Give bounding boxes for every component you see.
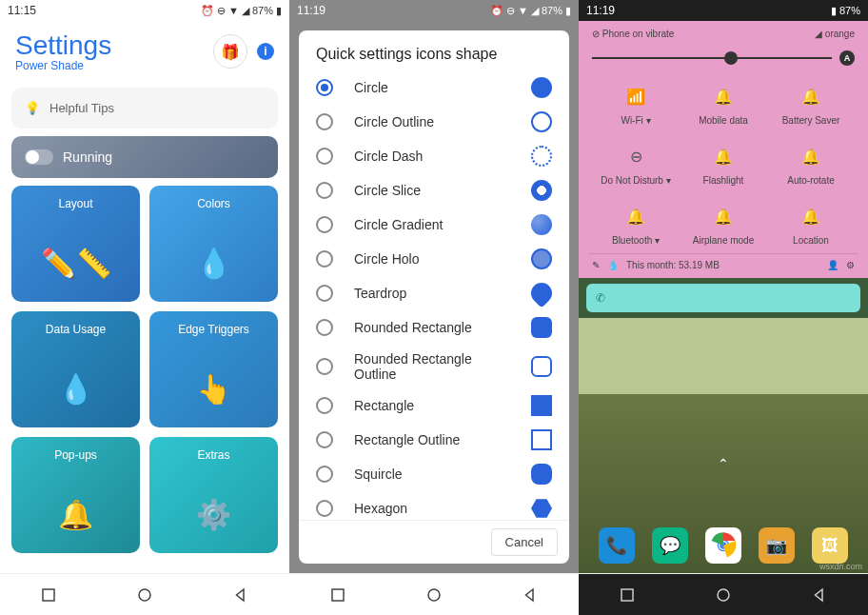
edit-icon[interactable]: ✎ — [592, 260, 600, 270]
brightness-row: A — [588, 41, 858, 75]
svg-rect-0 — [43, 589, 54, 601]
dock-chrome[interactable] — [705, 527, 741, 564]
tile-extras[interactable]: Extras⚙️ — [149, 437, 278, 553]
vibrate-status: ⊘ Phone on vibrate — [592, 29, 674, 39]
shape-option[interactable]: Circle Dash — [299, 139, 569, 173]
qs-tile[interactable]: ⊖Do Not Disturb ▾ — [592, 143, 680, 186]
qs-tile-label: Battery Saver — [782, 115, 840, 126]
running-toggle[interactable] — [25, 149, 53, 165]
shape-preview-icon — [531, 395, 552, 416]
cancel-button[interactable]: Cancel — [491, 528, 558, 556]
shape-option[interactable]: Rectangle Outline — [299, 423, 569, 457]
dialog-title: Quick settings icons shape — [299, 30, 569, 70]
shape-option[interactable]: Rectangle — [299, 388, 569, 423]
tile-colors[interactable]: Colors💧 — [149, 186, 278, 302]
tile-data-usage[interactable]: Data Usage💧 — [11, 311, 140, 427]
dock-gallery[interactable]: 🖼 — [812, 527, 848, 564]
extras-icon: ⚙️ — [196, 475, 231, 553]
dock-messages[interactable]: 💬 — [652, 527, 688, 564]
app-drawer-arrow[interactable]: ⌃ — [718, 456, 729, 471]
nav-recent[interactable] — [619, 586, 636, 604]
tile-grid: Layout✏️📏 Colors💧 Data Usage💧 Edge Trigg… — [11, 186, 278, 553]
option-label: Rounded Rectangle Outline — [354, 351, 510, 382]
nav-back[interactable] — [522, 586, 539, 604]
brightness-slider[interactable] — [592, 57, 832, 59]
helpful-tips-card[interactable]: 💡 Helpful Tips — [11, 88, 278, 129]
data-usage-text[interactable]: This month: 53.19 MB — [626, 260, 819, 270]
shape-option[interactable]: Rounded Rectangle — [299, 310, 569, 345]
qs-tile[interactable]: 📶Wi-Fi ▾ — [592, 83, 680, 126]
dnd-icon: ⊖ — [506, 5, 515, 17]
qs-grid: 📶Wi-Fi ▾🔔Mobile data🔔Battery Saver⊖Do No… — [588, 75, 858, 253]
shape-option[interactable]: Circle Holo — [299, 242, 569, 276]
qs-tile-label: Bluetooth ▾ — [612, 235, 660, 246]
radio-icon — [316, 397, 333, 414]
nav-recent[interactable] — [40, 586, 57, 604]
shape-option[interactable]: Hexagon — [299, 491, 569, 520]
lightbulb-icon: 💡 — [25, 101, 40, 115]
qs-tile[interactable]: 🔔Bluetooth ▾ — [592, 203, 680, 246]
option-label: Teardrop — [354, 286, 510, 301]
tile-popups[interactable]: Pop-ups🔔 — [11, 437, 140, 553]
shape-preview-icon — [531, 111, 552, 132]
qs-tile-label: Mobile data — [699, 115, 748, 126]
nav-back[interactable] — [811, 586, 828, 604]
shape-preview-icon — [531, 214, 552, 235]
shape-option[interactable]: Circle Outline — [299, 105, 569, 139]
shape-options-list[interactable]: CircleCircle OutlineCircle DashCircle Sl… — [299, 70, 569, 520]
qs-tile-label: Airplane mode — [693, 235, 754, 246]
shape-preview-icon — [531, 146, 552, 167]
layout-icon: ✏️📏 — [41, 224, 111, 302]
shape-option[interactable]: Circle Slice — [299, 173, 569, 208]
svg-point-1 — [139, 589, 150, 601]
option-label: Rectangle — [354, 398, 510, 413]
dock-phone[interactable]: 📞 — [599, 527, 635, 564]
option-label: Circle Slice — [354, 183, 510, 198]
shape-option[interactable]: Teardrop — [299, 276, 569, 310]
shape-preview-icon — [531, 356, 552, 377]
settings-gear-icon[interactable]: ⚙ — [846, 260, 855, 270]
qs-tile-icon: 🔔 — [710, 203, 737, 229]
status-right: ⏰ ⊖ ▼ ◢ 87% ▮ — [201, 5, 282, 17]
option-label: Circle Dash — [354, 149, 510, 164]
auto-brightness-toggle[interactable]: A — [839, 50, 855, 66]
settings-header: Settings Power Shade 🎁 i — [11, 21, 278, 80]
battery-pct: 87% — [839, 5, 860, 16]
qs-tile[interactable]: 🔔Location — [767, 203, 855, 246]
shape-option[interactable]: Circle Gradient — [299, 208, 569, 242]
shape-option[interactable]: Circle — [299, 70, 569, 105]
nav-home[interactable] — [425, 586, 443, 604]
whatsapp-notification[interactable]: ✆ — [586, 284, 860, 312]
page-subtitle: Power Shade — [15, 59, 111, 72]
nav-bar — [289, 573, 579, 615]
svg-point-9 — [718, 589, 729, 601]
qs-tile[interactable]: 🔔Battery Saver — [767, 83, 855, 126]
shape-option[interactable]: Squircle — [299, 457, 569, 491]
colors-icon: 💧 — [196, 224, 231, 302]
running-card[interactable]: Running — [11, 136, 278, 178]
user-icon[interactable]: 👤 — [827, 260, 838, 270]
nav-home[interactable] — [136, 586, 153, 604]
option-label: Rectangle Outline — [354, 432, 510, 447]
shape-option[interactable]: Rounded Rectangle Outline — [299, 345, 569, 388]
signal-icon: ◢ — [531, 5, 539, 17]
nav-bar — [0, 573, 289, 615]
info-button[interactable]: i — [257, 43, 274, 60]
nav-home[interactable] — [715, 586, 732, 604]
shape-preview-icon — [531, 248, 552, 269]
phone-2-shape-dialog: 11:19 ⏰ ⊖ ▼ ◢ 87% ▮ Quick settings icons… — [289, 0, 579, 615]
qs-tile[interactable]: 🔔Airplane mode — [680, 203, 767, 246]
qs-tile[interactable]: 🔔Flashlight — [680, 143, 767, 186]
alarm-icon: ⏰ — [490, 5, 503, 17]
tile-layout[interactable]: Layout✏️📏 — [11, 186, 140, 302]
nav-recent[interactable] — [329, 586, 346, 604]
watermark: wsxdn.com — [819, 562, 862, 571]
qs-tile-icon: 🔔 — [710, 143, 737, 169]
qs-tile-icon: 🔔 — [798, 203, 824, 229]
gift-button[interactable]: 🎁 — [213, 34, 247, 69]
qs-tile[interactable]: 🔔Auto-rotate — [767, 143, 855, 186]
tile-edge-triggers[interactable]: Edge Triggers👆 — [149, 311, 278, 427]
qs-tile[interactable]: 🔔Mobile data — [680, 83, 767, 126]
nav-back[interactable] — [232, 586, 249, 604]
dock-camera[interactable]: 📷 — [759, 527, 795, 564]
